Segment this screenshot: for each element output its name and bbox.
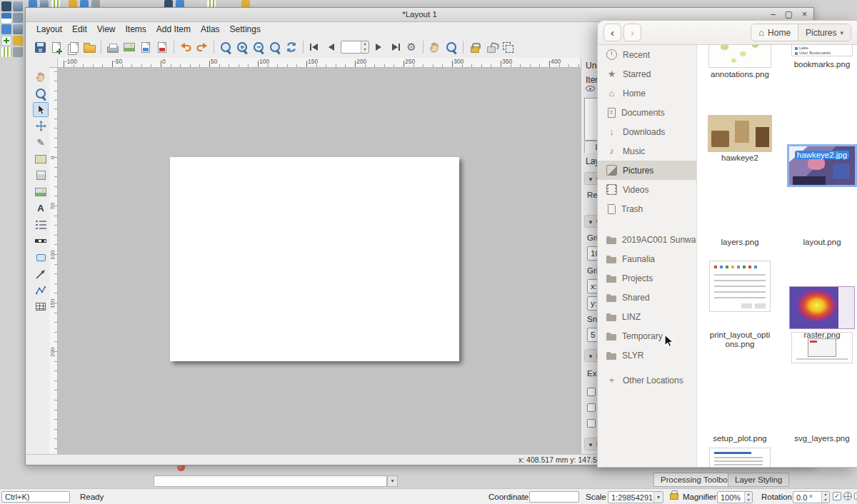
add-virtual-layer-icon[interactable] bbox=[1, 47, 11, 57]
sidebar-item-videos[interactable]: Videos bbox=[598, 180, 696, 199]
atlas-prev-icon[interactable] bbox=[324, 40, 339, 54]
duplicate-layout-icon[interactable] bbox=[66, 40, 80, 54]
undo-icon[interactable] bbox=[179, 40, 193, 54]
menu-view[interactable]: View bbox=[92, 23, 121, 36]
sidebar-item-trash[interactable]: Trash bbox=[598, 199, 696, 218]
minimize-button[interactable]: – bbox=[767, 9, 779, 21]
sidebar-item-documents[interactable]: Documents bbox=[598, 103, 696, 122]
menu-atlas[interactable]: Atlas bbox=[196, 23, 225, 36]
maximize-button[interactable]: ▢ bbox=[783, 9, 795, 21]
move-content-tool-icon[interactable] bbox=[33, 119, 49, 133]
add-picture-tool-icon[interactable] bbox=[33, 184, 49, 199]
redo-icon[interactable] bbox=[195, 40, 209, 54]
add-legend-tool-icon[interactable] bbox=[33, 217, 49, 232]
group-items-icon[interactable] bbox=[501, 40, 515, 54]
export-pdf-icon[interactable] bbox=[155, 40, 169, 54]
file-name[interactable]: layers.png bbox=[703, 238, 777, 247]
save-layout-icon[interactable] bbox=[33, 40, 47, 54]
sidebar-item-temporary[interactable]: Temporary bbox=[598, 326, 696, 346]
menu-layout[interactable]: Layout bbox=[31, 23, 67, 36]
rotation-spinbox[interactable]: 0.0 ° ▴ ▾ bbox=[793, 491, 830, 503]
file-name[interactable]: layout.png bbox=[785, 238, 857, 247]
add-raster-layer-icon[interactable] bbox=[13, 13, 23, 23]
layout-page[interactable] bbox=[170, 157, 459, 361]
select-move-item-tool-icon[interactable] bbox=[33, 102, 49, 117]
sidebar-item-downloads[interactable]: ↓Downloads bbox=[598, 122, 696, 141]
layers-panel-icon[interactable] bbox=[13, 1, 23, 11]
file-name[interactable]: svg_layers.png bbox=[785, 434, 857, 443]
file-name[interactable]: hawkeye2 bbox=[703, 153, 777, 163]
back-button[interactable]: ‹ bbox=[603, 24, 621, 41]
breadcrumb-home[interactable]: ⌂ Home bbox=[751, 24, 798, 41]
sidebar-item-music[interactable]: ♪Music bbox=[598, 141, 696, 161]
add-mesh-layer-icon[interactable] bbox=[1, 24, 11, 34]
crs-status-icon[interactable] bbox=[843, 492, 852, 500]
menu-edit[interactable]: Edit bbox=[67, 23, 92, 36]
sidebar-item-recent[interactable]: Recent bbox=[598, 45, 696, 64]
add-vector-layer-icon[interactable] bbox=[1, 13, 11, 23]
scale-combobox[interactable]: 1:29854291 ▾ bbox=[608, 491, 663, 503]
spin-up-icon[interactable]: ▴ bbox=[361, 41, 369, 47]
menu-items[interactable]: Items bbox=[121, 23, 151, 36]
sidebar-item-2019ac001-sunwater[interactable]: 2019AC001 Sunwater bbox=[598, 230, 696, 249]
new-layout-icon[interactable] bbox=[49, 40, 64, 54]
spinner[interactable]: ▴ ▾ bbox=[361, 41, 369, 53]
add-3d-map-tool-icon[interactable] bbox=[33, 168, 49, 183]
atlas-settings-icon[interactable]: ⚙ bbox=[404, 40, 419, 54]
add-map-tool-icon[interactable] bbox=[33, 151, 49, 166]
pan-icon[interactable] bbox=[428, 40, 442, 54]
file-thumbnail-annotations[interactable] bbox=[708, 45, 771, 68]
file-thumbnail-bookmarks[interactable]: Bookmark 2 Dam Lake User Bookmarks bbox=[791, 45, 853, 56]
layout-manager-icon[interactable] bbox=[82, 40, 96, 54]
forward-button[interactable]: › bbox=[623, 24, 641, 41]
pan-tool-icon[interactable] bbox=[33, 69, 49, 84]
add-table-tool-icon[interactable] bbox=[33, 299, 49, 314]
add-wms-layer-icon[interactable] bbox=[13, 36, 23, 46]
spinner[interactable]: ▴ ▾ bbox=[821, 492, 829, 503]
messages-icon[interactable] bbox=[854, 493, 857, 500]
sidebar-item-pictures[interactable]: Pictures bbox=[598, 161, 696, 180]
new-shapefile-icon[interactable] bbox=[1, 36, 11, 46]
sidebar-item-home[interactable]: ⌂Home bbox=[598, 84, 696, 103]
add-scalebar-tool-icon[interactable] bbox=[33, 233, 49, 248]
file-thumbnail-print-layout-options[interactable] bbox=[709, 448, 771, 467]
add-shape-tool-icon[interactable] bbox=[33, 250, 49, 265]
file-name-selected[interactable]: hawkeye2.jpg bbox=[785, 151, 857, 160]
zoom-out-icon[interactable] bbox=[251, 40, 266, 54]
atlas-next-icon[interactable] bbox=[371, 40, 386, 54]
menu-settings[interactable]: Settings bbox=[225, 23, 266, 36]
zoom-actual-icon[interactable] bbox=[268, 40, 282, 54]
export-svg-icon[interactable] bbox=[139, 40, 153, 54]
zoom-in-icon[interactable] bbox=[235, 40, 249, 54]
coordinate-input[interactable] bbox=[529, 491, 579, 503]
sidebar-item-projects[interactable]: Projects bbox=[598, 268, 696, 288]
zoom-tool-icon[interactable] bbox=[33, 86, 49, 101]
sidebar-item-other-locations[interactable]: +Other Locations bbox=[598, 371, 696, 390]
tab-layer-styling[interactable]: Layer Styling bbox=[728, 473, 789, 487]
menu-add-item[interactable]: Add Item bbox=[151, 23, 196, 36]
spin-down-icon[interactable]: ▾ bbox=[361, 47, 369, 53]
file-name[interactable]: annotations.png bbox=[703, 70, 777, 79]
spin-down-icon[interactable]: ▾ bbox=[822, 498, 829, 503]
file-thumbnail-raster[interactable] bbox=[789, 286, 855, 329]
atlas-page-spinbox[interactable]: ▴ ▾ bbox=[341, 41, 369, 54]
add-arrow-tool-icon[interactable] bbox=[33, 266, 49, 281]
zoom-full-icon[interactable] bbox=[219, 40, 233, 54]
file-thumbnail-layers[interactable] bbox=[709, 261, 771, 312]
file-name[interactable]: bookmarks.png bbox=[785, 60, 857, 69]
magnifier-spinbox[interactable]: 100% ▴ ▾ bbox=[717, 491, 753, 503]
file-name[interactable]: print_layout_options.png bbox=[708, 331, 772, 349]
tab-processing-toolbox[interactable]: Processing Toolbox bbox=[653, 473, 739, 487]
sidebar-item-slyr[interactable]: SLYR bbox=[598, 346, 696, 365]
file-name[interactable]: setup_plot.png bbox=[703, 434, 777, 443]
sidebar-item-faunalia[interactable]: Faunalia bbox=[598, 249, 696, 268]
render-checkbox[interactable]: ✓ bbox=[833, 492, 841, 500]
unlock-items-icon[interactable] bbox=[484, 40, 498, 54]
file-name[interactable]: raster.png bbox=[785, 331, 857, 340]
add-node-item-tool-icon[interactable] bbox=[33, 283, 49, 298]
add-point-cloud-icon[interactable] bbox=[13, 47, 23, 57]
export-image-icon[interactable] bbox=[122, 40, 136, 54]
caret-down-icon[interactable]: ▾ bbox=[653, 492, 663, 503]
lock-items-icon[interactable] bbox=[468, 40, 482, 54]
atlas-first-icon[interactable] bbox=[308, 40, 322, 54]
